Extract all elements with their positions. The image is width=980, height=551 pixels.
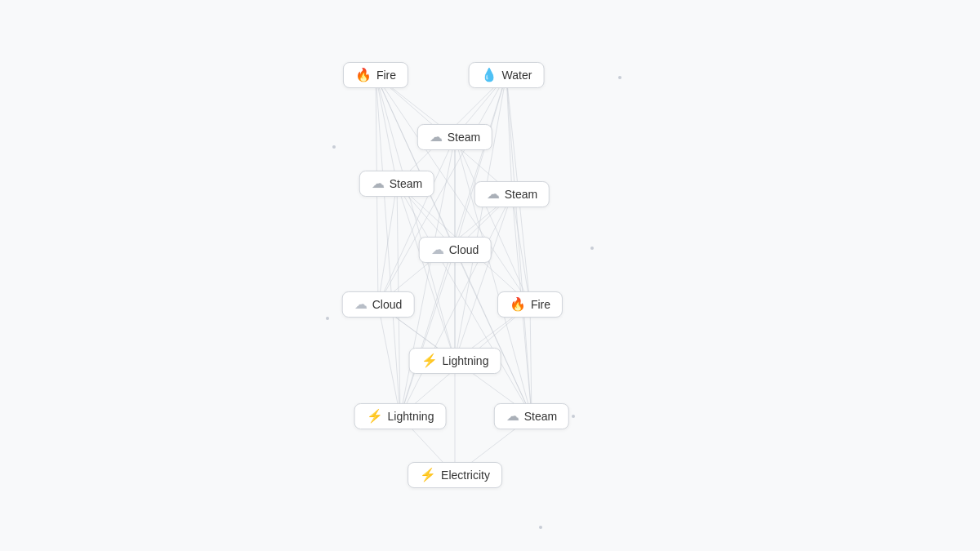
- svg-line-25: [378, 184, 397, 304]
- node-label-fire2: Fire: [531, 298, 550, 311]
- node-steam1[interactable]: ☁Steam: [417, 124, 492, 150]
- node-icon-cloud2: ☁: [354, 298, 368, 311]
- svg-line-15: [455, 75, 506, 361]
- node-label-cloud2: Cloud: [372, 298, 403, 311]
- decorative-dot-2: [590, 247, 594, 250]
- node-icon-steam2: ☁: [372, 177, 385, 190]
- node-icon-fire2: 🔥: [510, 298, 526, 311]
- node-cloud1[interactable]: ☁Cloud: [419, 237, 492, 263]
- svg-line-1: [376, 75, 397, 184]
- node-icon-lightning2: ⚡: [367, 410, 383, 423]
- node-icon-cloud1: ☁: [431, 243, 444, 256]
- node-icon-fire1: 🔥: [355, 69, 372, 82]
- svg-line-17: [506, 75, 532, 416]
- node-icon-lightning1: ⚡: [421, 354, 438, 367]
- node-label-lightning2: Lightning: [388, 410, 434, 423]
- node-label-steam2: Steam: [390, 177, 422, 190]
- svg-line-33: [455, 194, 512, 361]
- svg-line-44: [530, 304, 532, 416]
- svg-line-11: [506, 75, 512, 194]
- node-icon-water1: 💧: [481, 69, 497, 82]
- node-icon-electricity1: ⚡: [420, 469, 436, 482]
- svg-line-6: [376, 75, 455, 361]
- svg-line-12: [455, 75, 506, 250]
- node-cloud2[interactable]: ☁Cloud: [342, 291, 415, 318]
- svg-line-3: [376, 75, 455, 250]
- svg-line-38: [455, 250, 532, 416]
- node-water1[interactable]: 💧Water: [469, 62, 545, 88]
- svg-line-19: [378, 137, 455, 304]
- node-icon-steam4: ☁: [506, 410, 519, 423]
- node-steam3[interactable]: ☁Steam: [474, 181, 550, 207]
- decorative-dot-3: [572, 415, 575, 418]
- decorative-dot-5: [539, 526, 542, 529]
- svg-line-20: [455, 137, 530, 304]
- node-label-lightning1: Lightning: [443, 354, 489, 367]
- decorative-dot-1: [332, 145, 336, 149]
- node-label-steam1: Steam: [448, 131, 480, 144]
- node-steam4[interactable]: ☁Steam: [494, 403, 569, 429]
- svg-line-40: [378, 304, 400, 416]
- node-label-steam4: Steam: [524, 410, 557, 423]
- node-label-steam3: Steam: [505, 188, 537, 201]
- node-lightning2[interactable]: ⚡Lightning: [354, 403, 447, 429]
- node-fire1[interactable]: 🔥Fire: [343, 62, 408, 88]
- node-fire2[interactable]: 🔥Fire: [497, 291, 563, 318]
- svg-line-37: [400, 250, 455, 416]
- node-electricity1[interactable]: ⚡Electricity: [408, 462, 502, 488]
- svg-line-7: [376, 75, 400, 416]
- graph-canvas: 🔥Fire💧Water☁Steam☁Steam☁Steam☁Cloud☁Clou…: [0, 0, 980, 551]
- svg-line-34: [400, 194, 512, 416]
- node-label-water1: Water: [502, 69, 532, 82]
- svg-line-32: [512, 194, 530, 304]
- decorative-dot-0: [618, 76, 621, 79]
- node-label-electricity1: Electricity: [441, 469, 490, 482]
- node-label-fire1: Fire: [376, 69, 396, 82]
- svg-line-23: [455, 137, 532, 416]
- node-steam2[interactable]: ☁Steam: [359, 171, 434, 197]
- svg-line-27: [397, 184, 455, 361]
- node-icon-steam1: ☁: [430, 131, 443, 144]
- decorative-dot-4: [326, 317, 329, 320]
- node-lightning1[interactable]: ⚡Lightning: [409, 348, 501, 374]
- node-icon-steam3: ☁: [487, 188, 500, 201]
- node-label-cloud1: Cloud: [449, 243, 479, 256]
